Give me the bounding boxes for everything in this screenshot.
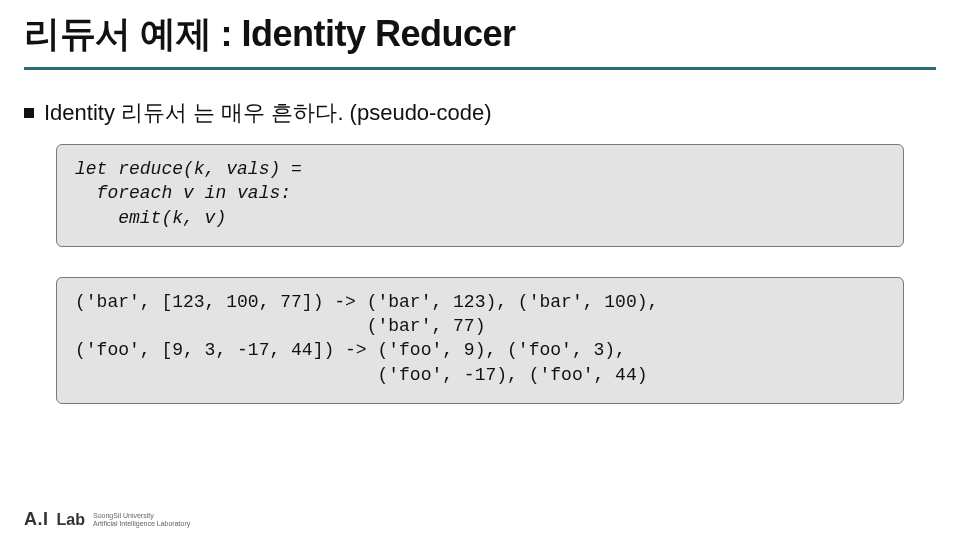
footer: A.I Lab SoongSil University Artificial I…: [24, 509, 190, 530]
title-underline: [24, 67, 936, 70]
title-wrap: 리듀서 예제 : Identity Reducer: [0, 0, 960, 76]
pseudocode-box: let reduce(k, vals) = foreach v in vals:…: [56, 144, 904, 247]
footer-lab: Lab: [57, 511, 85, 529]
footer-sub-line1: SoongSil University: [93, 512, 154, 519]
slide-title: 리듀서 예제 : Identity Reducer: [24, 10, 936, 65]
bullet-icon: [24, 108, 34, 118]
slide: 리듀서 예제 : Identity Reducer Identity 리듀서 는…: [0, 0, 960, 540]
example-box: ('bar', [123, 100, 77]) -> ('bar', 123),…: [56, 277, 904, 404]
footer-sub-line2: Artificial Intelligence Laboratory: [93, 520, 190, 527]
subtitle-text: Identity 리듀서 는 매우 흔하다. (pseudo-code): [44, 100, 491, 125]
footer-sub: SoongSil University Artificial Intellige…: [93, 512, 190, 527]
subtitle-line: Identity 리듀서 는 매우 흔하다. (pseudo-code): [0, 76, 960, 128]
footer-ai: A.I: [24, 509, 49, 530]
